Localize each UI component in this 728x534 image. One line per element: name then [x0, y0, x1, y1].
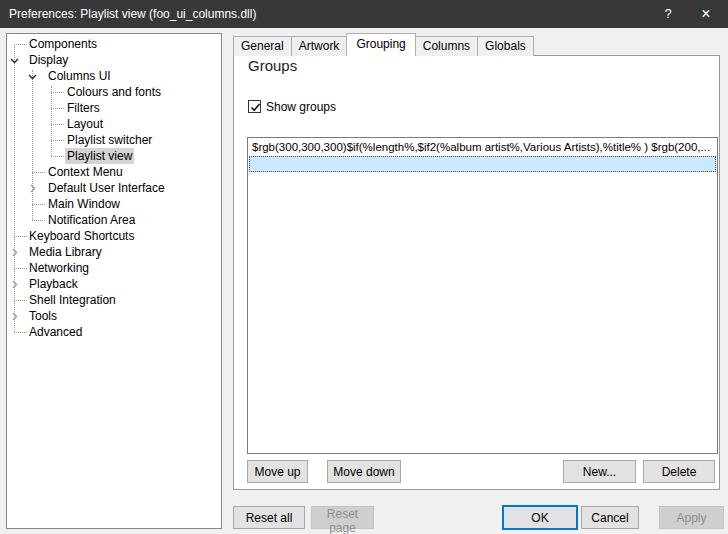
window-title: Preferences: Playlist view (foo_ui_colum… [9, 0, 256, 28]
tree-item-keyboard-shortcuts[interactable]: Keyboard Shortcuts [7, 228, 221, 244]
tree-item-playback[interactable]: Playback [7, 276, 221, 292]
tree-guide [32, 220, 45, 221]
tree-item-display[interactable]: Display [7, 52, 221, 68]
move-down-button[interactable]: Move down [327, 460, 401, 483]
tree-item-main-window[interactable]: Main Window [7, 196, 221, 212]
tree-guide [32, 172, 45, 173]
tab-columns[interactable]: Columns [415, 36, 478, 56]
cancel-button[interactable]: Cancel [581, 506, 639, 529]
new-button[interactable]: New... [563, 460, 636, 483]
tree-item-filters[interactable]: Filters [7, 100, 221, 116]
tree-item-media-library[interactable]: Media Library [7, 244, 221, 260]
chevron-down-icon[interactable] [28, 72, 37, 81]
tab-grouping[interactable]: Grouping [346, 33, 415, 56]
tree-item-notification-area[interactable]: Notification Area [7, 212, 221, 228]
chevron-right-icon[interactable] [10, 312, 19, 321]
close-icon[interactable]: × [686, 0, 726, 28]
tree-item-advanced[interactable]: Advanced [7, 324, 221, 340]
apply-button: Apply [659, 506, 724, 529]
tab-general[interactable]: General [233, 36, 292, 56]
tree-item-colours-and-fonts[interactable]: Colours and fonts [7, 84, 221, 100]
tab-artwork[interactable]: Artwork [291, 36, 348, 56]
tree-item-layout[interactable]: Layout [7, 116, 221, 132]
help-icon[interactable]: ? [648, 0, 688, 28]
tree-guide [14, 268, 27, 269]
move-up-button[interactable]: Move up [247, 460, 308, 483]
list-item-group-pattern[interactable]: $rgb(300,300,300)$if(%length%,$if2(%albu… [249, 139, 716, 156]
tree-guide [51, 108, 64, 109]
tree-item-components[interactable]: Components [7, 36, 221, 52]
ok-button[interactable]: OK [502, 505, 578, 530]
tree-guide [32, 204, 45, 205]
tab-globals[interactable]: Globals [477, 36, 534, 56]
tree-guide [14, 300, 27, 301]
tree-guide [51, 140, 64, 141]
tree-item-networking[interactable]: Networking [7, 260, 221, 276]
tree-item-context-menu[interactable]: Context Menu [7, 164, 221, 180]
tree-guide [51, 124, 64, 125]
tree-item-tools[interactable]: Tools [7, 308, 221, 324]
checkbox-checked-icon[interactable] [248, 100, 261, 113]
show-groups-label: Show groups [266, 100, 336, 114]
chevron-down-icon[interactable] [10, 56, 19, 65]
tree-guide [14, 236, 27, 237]
tree-guide [14, 332, 27, 333]
tree-item-columns-ui[interactable]: Columns UI [7, 68, 221, 84]
tree-guide [51, 156, 64, 157]
list-item-selected-empty[interactable] [249, 156, 716, 172]
groups-list[interactable]: $rgb(300,300,300)$if(%length%,$if2(%albu… [247, 137, 718, 454]
title-bar: Preferences: Playlist view (foo_ui_colum… [0, 0, 728, 28]
reset-all-button[interactable]: Reset all [233, 506, 305, 529]
reset-page-button: Reset page [311, 506, 374, 529]
tab-strip: General Artwork Grouping Columns Globals [233, 33, 533, 56]
preferences-tree: Components Display Columns UI Colours an… [6, 33, 222, 529]
chevron-right-icon[interactable] [10, 280, 19, 289]
tree-item-default-user-interface[interactable]: Default User Interface [7, 180, 221, 196]
page-title: Groups [248, 57, 297, 74]
delete-button[interactable]: Delete [643, 460, 715, 483]
tree-item-shell-integration[interactable]: Shell Integration [7, 292, 221, 308]
chevron-right-icon[interactable] [10, 248, 19, 257]
chevron-right-icon[interactable] [28, 184, 37, 193]
tree-item-playlist-view[interactable]: Playlist view [7, 148, 221, 164]
show-groups-checkbox[interactable]: Show groups [248, 99, 336, 114]
tree-guide [51, 92, 64, 93]
tree-item-playlist-switcher[interactable]: Playlist switcher [7, 132, 221, 148]
tree-guide [14, 44, 27, 45]
